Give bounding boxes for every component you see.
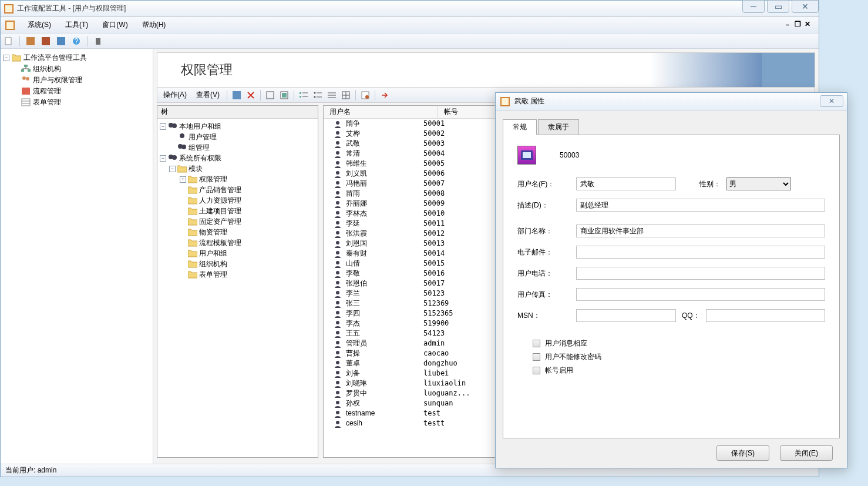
save-button[interactable]: 保存(S) <box>716 445 769 461</box>
minimize-button[interactable]: ─ <box>742 0 765 13</box>
input-qq[interactable] <box>706 309 825 322</box>
col-username[interactable]: 用户名 <box>324 106 438 118</box>
ct-icon-2[interactable] <box>265 91 275 100</box>
tp-perm[interactable]: −系统所有权限 <box>160 153 315 163</box>
tab-general[interactable]: 常规 <box>503 119 537 135</box>
lbl-phone: 用户电话： <box>517 269 570 279</box>
menu-help[interactable]: 帮助(H) <box>136 18 172 32</box>
delete-icon[interactable] <box>93 36 103 46</box>
lbl-qq: QQ： <box>682 311 700 321</box>
tp-usermgmt[interactable]: 用户管理 <box>160 132 315 142</box>
chk-row-msg[interactable]: 用户消息相应 <box>533 338 825 348</box>
svg-point-60 <box>336 251 339 254</box>
ct-icon-3[interactable] <box>280 91 289 100</box>
checkbox-icon[interactable] <box>533 340 540 347</box>
input-desc[interactable] <box>576 199 825 212</box>
tp-module-item[interactable]: 土建项目管理 <box>160 206 315 216</box>
tree-item-userperm[interactable]: 用户与权限管理 <box>3 75 150 86</box>
svg-point-14 <box>22 76 26 80</box>
ct-view[interactable]: 查看(V) <box>194 89 222 101</box>
input-fax[interactable] <box>576 288 825 301</box>
tool-icon-1[interactable] <box>26 36 35 46</box>
tree-item-org[interactable]: 组织机构 <box>3 63 150 75</box>
ct-operate[interactable]: 操作(A) <box>161 89 189 101</box>
svg-point-41 <box>172 123 177 128</box>
input-username[interactable] <box>576 177 676 190</box>
menu-window[interactable]: 窗口(W) <box>96 18 133 32</box>
tree-item-flow[interactable]: 流程管理 <box>3 86 150 97</box>
tree-root[interactable]: − 工作流平台管理工具 <box>3 52 150 63</box>
svg-point-71 <box>336 361 339 364</box>
tp-module-item[interactable]: 物资管理 <box>160 227 315 237</box>
menu-tools[interactable]: 工具(T) <box>59 18 94 32</box>
tp-module-item[interactable]: 人力资源管理 <box>160 195 315 206</box>
svg-rect-79 <box>502 98 509 105</box>
row-username: 用户名(F)： 性别： 男 <box>517 177 825 190</box>
collapse-icon[interactable]: − <box>160 123 166 130</box>
input-dept[interactable] <box>576 224 825 237</box>
mdi-close[interactable]: ✕ <box>805 20 810 30</box>
ct-delete-icon[interactable] <box>246 91 255 100</box>
lbl-gender: 性别： <box>699 179 721 189</box>
ct-list-icon-2[interactable] <box>313 91 322 100</box>
tp-local[interactable]: −本地用户和组 <box>160 121 315 132</box>
ct-icon-1[interactable] <box>232 91 241 100</box>
svg-point-59 <box>336 241 339 244</box>
tp-module-item[interactable]: 产品销售管理 <box>160 185 315 195</box>
window-controls: ─ ▭ ✕ <box>740 0 819 13</box>
lbl-fax: 用户传真： <box>517 290 570 300</box>
ct-prop-icon[interactable] <box>361 91 370 100</box>
mdi-restore[interactable]: ❐ <box>795 20 801 30</box>
tp-module-item[interactable]: 固定资产管理 <box>160 216 315 227</box>
chk-row-pwd[interactable]: 用户不能修改密码 <box>533 352 825 362</box>
tool-icon-3[interactable] <box>56 36 66 46</box>
close-button[interactable]: ✕ <box>792 0 819 13</box>
input-email[interactable] <box>576 246 825 259</box>
ct-list-icon-1[interactable] <box>299 91 308 100</box>
collapse-icon[interactable]: − <box>169 166 176 172</box>
input-phone[interactable] <box>576 267 825 280</box>
svg-rect-17 <box>22 99 30 106</box>
ct-grid-icon[interactable] <box>341 91 351 100</box>
tab-memberof[interactable]: 隶属于 <box>538 119 579 135</box>
ct-export-icon[interactable] <box>380 91 389 100</box>
mdi-icon <box>5 21 15 30</box>
mdi-minimize[interactable]: － <box>784 20 791 30</box>
tp-module-item[interactable]: 流程模板管理 <box>160 237 315 248</box>
menu-system[interactable]: 系统(S) <box>22 18 57 32</box>
new-icon[interactable] <box>4 36 14 46</box>
svg-point-56 <box>336 211 339 214</box>
tool-icon-2[interactable] <box>41 36 51 46</box>
select-gender[interactable]: 男 <box>726 177 791 190</box>
close-button[interactable]: 关闭(E) <box>780 445 833 461</box>
maximize-button[interactable]: ▭ <box>767 0 789 13</box>
menubar: 系统(S) 工具(T) 窗口(W) 帮助(H) － ❐ ✕ <box>1 17 819 33</box>
tp-module-item[interactable]: 用户和组 <box>160 248 315 259</box>
banner: 权限管理 <box>157 52 815 88</box>
tp-module-item[interactable]: 表单管理 <box>160 269 315 280</box>
row-phone: 用户电话： <box>517 267 825 280</box>
row-dept: 部门名称： <box>517 224 825 237</box>
tree-item-form[interactable]: 表单管理 <box>3 97 150 108</box>
expand-icon[interactable]: − <box>3 55 9 61</box>
chk-row-enable[interactable]: 帐号启用 <box>533 366 825 376</box>
tree-root-label: 工作流平台管理工具 <box>23 53 87 63</box>
checkbox-icon[interactable] <box>533 353 540 361</box>
svg-point-69 <box>336 341 339 344</box>
help-icon[interactable]: ? <box>72 36 81 46</box>
expand-icon[interactable]: + <box>180 176 186 183</box>
tp-module-item[interactable]: +权限管理 <box>160 174 315 185</box>
tp-groupmgmt[interactable]: 组管理 <box>160 142 315 153</box>
input-msn[interactable] <box>576 309 676 322</box>
ct-list-icon-3[interactable] <box>327 91 337 100</box>
checkbox-icon[interactable] <box>533 367 540 374</box>
collapse-icon[interactable]: − <box>160 155 166 162</box>
row-email: 电子邮件： <box>517 246 825 259</box>
dialog-close-button[interactable]: ✕ <box>820 95 843 107</box>
svg-point-65 <box>336 301 339 304</box>
tp-module[interactable]: −模块 <box>160 163 315 174</box>
form-icon <box>21 98 31 108</box>
svg-point-55 <box>336 201 339 205</box>
tp-module-item[interactable]: 组织机构 <box>160 259 315 269</box>
svg-point-49 <box>336 141 339 145</box>
